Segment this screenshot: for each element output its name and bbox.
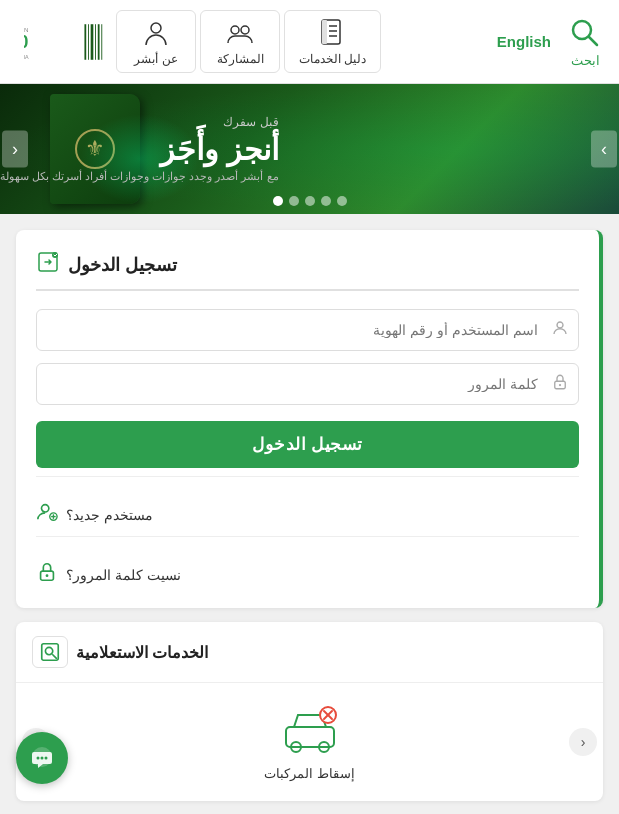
new-user-label: مستخدم جديد؟ [66, 507, 153, 523]
user-icon [551, 319, 569, 341]
svg-text:2030: 2030 [24, 32, 29, 52]
svg-rect-14 [88, 24, 89, 60]
dot-2[interactable] [321, 196, 331, 206]
nav-absher[interactable]: عن أبشر [116, 10, 196, 73]
banner-subtitle: قبل سفرك [0, 115, 279, 129]
username-group [36, 309, 579, 351]
svg-text:KINGDOM OF SAUDI ARABIA: KINGDOM OF SAUDI ARABIA [24, 53, 29, 59]
svg-point-9 [151, 23, 161, 33]
username-input[interactable] [36, 309, 579, 351]
dot-5[interactable] [273, 196, 283, 206]
svg-line-32 [53, 655, 57, 659]
login-button[interactable]: تسجيل الدخول [36, 421, 579, 468]
svg-point-31 [45, 647, 52, 654]
nav-participation[interactable]: المشاركة [200, 10, 280, 73]
banner-text: قبل سفرك أنجز وأَجَز مع أبشر أصدر وجدد ج… [0, 115, 299, 183]
login-title: تسجيل الدخول [68, 254, 177, 276]
svg-point-29 [46, 574, 49, 577]
svg-point-20 [52, 252, 58, 258]
dot-1[interactable] [337, 196, 347, 206]
banner-prev-button[interactable]: ‹ [2, 131, 28, 168]
svg-point-24 [42, 505, 49, 512]
english-button[interactable]: English [489, 29, 559, 54]
forgot-password-row: نسيت كلمة المرور؟ [36, 553, 579, 588]
svg-point-40 [37, 757, 40, 760]
forgot-password-icon[interactable] [36, 561, 58, 588]
services-search-icon[interactable] [32, 636, 68, 668]
header-left: دليل الخدمات المشاركة عن أبشر VISION رؤي… [16, 10, 381, 73]
services-prev-button[interactable]: ‹ [569, 728, 597, 756]
svg-rect-16 [95, 24, 96, 60]
password-wrapper [36, 363, 579, 405]
new-user-row: مستخدم جديد؟ [36, 493, 579, 528]
dot-4[interactable] [289, 196, 299, 206]
vision-badge: VISION رؤية 2030 KINGDOM OF SAUDI ARABIA [16, 14, 112, 70]
search-label: ابحث [571, 53, 600, 68]
svg-point-8 [241, 26, 249, 34]
services-card: الخدمات الاستعلامية ‹ [16, 622, 603, 801]
header: ابحث English دليل الخدمات المشاركة [0, 0, 619, 84]
services-body: ‹ [16, 683, 603, 801]
service-item-vehicles[interactable]: إسقاط المركبات [264, 703, 355, 781]
banner-description: مع أبشر أصدر وجدد جوازات وجوازات أفراد أ… [0, 170, 279, 183]
vehicles-icon [280, 703, 340, 758]
nav-services-guide[interactable]: دليل الخدمات [284, 10, 381, 73]
lock-icon [551, 373, 569, 395]
dot-3[interactable] [305, 196, 315, 206]
username-wrapper [36, 309, 579, 351]
password-input[interactable] [36, 363, 579, 405]
svg-rect-15 [91, 24, 94, 60]
main-content: تسجيل الدخول [0, 214, 619, 814]
banner-next-button[interactable]: › [591, 131, 617, 168]
svg-rect-3 [322, 20, 327, 44]
services-header: الخدمات الاستعلامية [16, 622, 603, 683]
banner-title: أنجز وأَجَز [0, 133, 279, 166]
svg-point-21 [557, 322, 563, 328]
svg-line-1 [589, 37, 597, 45]
svg-rect-17 [98, 24, 100, 60]
nav-absher-label: عن أبشر [134, 52, 177, 66]
banner: ⚜ قبل سفرك أنجز وأَجَز مع أبشر أصدر وجدد… [0, 84, 619, 214]
chat-float-button[interactable] [16, 732, 68, 784]
login-card: تسجيل الدخول [16, 230, 603, 608]
svg-point-23 [559, 384, 561, 386]
vehicles-label: إسقاط المركبات [264, 766, 355, 781]
password-group [36, 363, 579, 405]
svg-point-7 [231, 26, 239, 34]
nav-services-label: دليل الخدمات [299, 52, 366, 66]
svg-rect-13 [84, 24, 86, 60]
nav-participation-label: المشاركة [217, 52, 264, 66]
header-right: ابحث English [489, 15, 603, 68]
svg-point-41 [41, 757, 44, 760]
forgot-password-label: نسيت كلمة المرور؟ [66, 567, 181, 583]
services-title: الخدمات الاستعلامية [76, 643, 208, 662]
banner-pagination [273, 196, 347, 206]
svg-point-42 [45, 757, 48, 760]
svg-rect-18 [101, 24, 102, 60]
search-button[interactable]: ابحث [567, 15, 603, 68]
new-user-icon[interactable] [36, 501, 58, 528]
login-icon [36, 250, 60, 279]
login-card-header: تسجيل الدخول [36, 250, 579, 291]
